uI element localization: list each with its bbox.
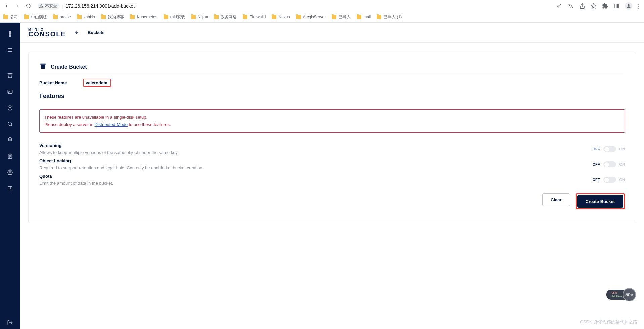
- feature-versioning-desc: Allows to keep multiple versions of the …: [39, 150, 588, 155]
- folder-icon: [272, 15, 276, 19]
- folder-icon: [24, 15, 29, 19]
- browser-reload-button[interactable]: [24, 2, 32, 10]
- browser-forward-button[interactable]: [13, 2, 21, 10]
- bookmark-item[interactable]: Kubernetes: [130, 15, 157, 19]
- net-download: ↓ 14.2K/s: [609, 295, 622, 298]
- browser-url-bar[interactable]: 不安全 | 172.26.156.214:9001/add-bucket: [35, 1, 554, 11]
- toggle-off-label: OFF: [593, 162, 600, 166]
- bookmarks-bar: 公司 中山演练 oracle zabbix 我的博客 Kubernetes ra…: [0, 12, 644, 22]
- folder-icon: [296, 15, 301, 19]
- folder-icon: [214, 15, 219, 19]
- feature-quota-desc: Limit the amount of data in the bucket.: [39, 181, 588, 186]
- features-title: Features: [39, 93, 625, 100]
- sidebar-item-identity[interactable]: [3, 85, 17, 98]
- bucket-name-input[interactable]: [86, 80, 108, 85]
- sidebar: [0, 23, 20, 329]
- net-percent: 50%: [623, 288, 636, 301]
- bookmark-item[interactable]: mall: [357, 15, 371, 19]
- sidebar-item-buckets[interactable]: [3, 69, 17, 82]
- feature-locking-title: Object Locking: [39, 158, 588, 163]
- quota-toggle[interactable]: [603, 177, 616, 183]
- bookmark-item[interactable]: Firewalld: [243, 15, 266, 19]
- watermark: CSDN @张现伟的架构师之路: [580, 319, 637, 325]
- browser-back-button[interactable]: [3, 2, 11, 10]
- folder-icon: [243, 15, 247, 19]
- back-button[interactable]: [72, 28, 82, 37]
- bookmark-item[interactable]: Nexus: [272, 15, 290, 19]
- key-icon[interactable]: [556, 3, 562, 9]
- bucket-name-highlight: [83, 79, 111, 87]
- sidebar-item-documentation[interactable]: [3, 182, 17, 195]
- svg-rect-5: [8, 90, 12, 94]
- bucket-name-label: Bucket Name: [39, 80, 83, 85]
- versioning-toggle[interactable]: [603, 146, 616, 152]
- folder-icon: [377, 15, 381, 19]
- create-bucket-button[interactable]: Create Bucket: [577, 195, 623, 208]
- bookmark-item[interactable]: 政务网络: [214, 14, 237, 20]
- network-widget[interactable]: ↑ 0K/s ↓ 14.2K/s 50%: [606, 288, 636, 301]
- insecure-badge[interactable]: 不安全: [38, 3, 60, 10]
- toggle-off-label: OFF: [593, 147, 600, 151]
- url-text: 172.26.156.214:9001/add-bucket: [65, 3, 135, 9]
- folder-icon: [77, 15, 82, 19]
- svg-point-0: [557, 6, 559, 7]
- clear-button[interactable]: Clear: [542, 193, 570, 206]
- svg-point-4: [628, 4, 629, 6]
- star-icon[interactable]: [591, 3, 597, 9]
- sidebar-menu-toggle[interactable]: [3, 43, 17, 57]
- folder-icon: [3, 15, 8, 19]
- sidebar-item-access[interactable]: [3, 101, 17, 115]
- bookmark-item[interactable]: 已导入: [332, 14, 351, 20]
- sidebar-item-settings[interactable]: [3, 166, 17, 179]
- bookmark-item[interactable]: raid安装: [164, 14, 185, 20]
- profile-button[interactable]: [625, 2, 632, 10]
- toggle-off-label: OFF: [593, 178, 600, 182]
- feature-locking-desc: Required to support retention and legal …: [39, 165, 588, 170]
- folder-icon: [191, 15, 196, 19]
- create-bucket-card: Create Bucket Bucket Name Features These…: [28, 52, 636, 223]
- brand-console-text: CONSOLE: [28, 31, 66, 37]
- warning-line2: Please deploy a server in Distributed Mo…: [44, 121, 620, 128]
- warning-line1: These features are unavailable in a sing…: [44, 114, 620, 121]
- bookmark-item[interactable]: zabbix: [77, 15, 95, 19]
- folder-icon: [130, 15, 135, 19]
- distributed-mode-link[interactable]: Distributed Mode: [95, 122, 128, 127]
- locking-toggle[interactable]: [603, 161, 616, 167]
- feature-versioning-title: Versioning: [39, 143, 588, 148]
- translate-icon[interactable]: [568, 3, 574, 9]
- toggle-on-label: ON: [619, 147, 625, 151]
- bookmark-item[interactable]: oracle: [53, 15, 71, 19]
- net-upload: ↑ 0K/s: [609, 291, 622, 295]
- bookmark-item[interactable]: 我的博客: [101, 14, 124, 20]
- breadcrumb-buckets[interactable]: Buckets: [88, 30, 105, 35]
- bookmark-item[interactable]: ArcgisServer: [296, 15, 326, 19]
- folder-icon: [164, 15, 168, 19]
- page-title: Create Bucket: [51, 64, 87, 70]
- bookmark-item[interactable]: 中山演练: [24, 14, 47, 20]
- sidebar-item-license[interactable]: [3, 150, 17, 163]
- svg-rect-12: [40, 64, 46, 65]
- sidebar-logo[interactable]: [3, 27, 17, 41]
- folder-icon: [101, 15, 106, 19]
- toggle-on-label: ON: [619, 162, 625, 166]
- share-icon[interactable]: [579, 3, 585, 9]
- sidebar-item-support[interactable]: [3, 133, 17, 147]
- sidebar-item-monitoring[interactable]: [3, 117, 17, 131]
- browser-chrome: 不安全 | 172.26.156.214:9001/add-bucket 公司 …: [0, 0, 644, 23]
- create-button-highlight: Create Bucket: [576, 193, 625, 209]
- insecure-label: 不安全: [45, 3, 57, 9]
- bookmark-item[interactable]: 已导入 (1): [377, 14, 402, 20]
- bookmark-item[interactable]: Nginx: [191, 15, 208, 19]
- brand-logo[interactable]: MINIO CONSOLE: [28, 28, 66, 37]
- bookmark-item[interactable]: 公司: [3, 14, 18, 20]
- svg-point-10: [9, 172, 11, 173]
- window-icon[interactable]: [613, 3, 619, 9]
- browser-menu-button[interactable]: [638, 4, 639, 9]
- svg-rect-3: [617, 4, 618, 8]
- warning-icon: [39, 4, 44, 8]
- warning-box: These features are unavailable in a sing…: [39, 109, 625, 133]
- svg-point-6: [9, 91, 10, 92]
- puzzle-icon[interactable]: [602, 3, 608, 9]
- sidebar-item-logout[interactable]: [3, 316, 17, 329]
- folder-icon: [357, 15, 361, 19]
